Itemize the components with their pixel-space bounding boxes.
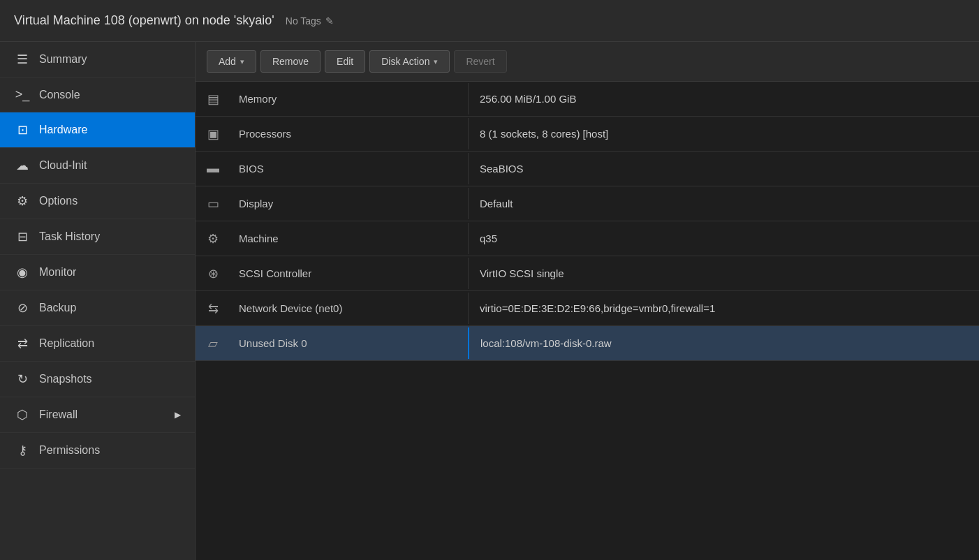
title-bar: Virtual Machine 108 (openwrt) on node 's… <box>0 0 979 42</box>
cloud-init-icon: ☁ <box>14 158 31 173</box>
sidebar-item-label-monitor: Monitor <box>39 266 76 279</box>
machine-value: q35 <box>468 223 979 254</box>
unused-disk-value: local:108/vm-108-disk-0.raw <box>468 327 979 359</box>
sidebar-item-label-summary: Summary <box>39 53 87 66</box>
snapshots-icon: ↻ <box>14 371 31 387</box>
revert-button[interactable]: Revert <box>454 50 506 73</box>
disk-action-button[interactable]: Disk Action ▾ <box>369 50 450 73</box>
edit-tags-icon[interactable]: ✎ <box>325 15 334 27</box>
firewall-icon: ⬡ <box>14 407 31 422</box>
sidebar-item-replication[interactable]: ⇄Replication <box>0 326 195 362</box>
scsi-controller-value: VirtIO SCSI single <box>468 258 979 289</box>
bios-label: BIOS <box>230 153 468 184</box>
tags-label: No Tags <box>286 15 321 27</box>
unused-disk-label: Unused Disk 0 <box>230 327 468 359</box>
main-layout: ☰Summary>_Console⊡Hardware☁Cloud-Init⚙Op… <box>0 42 979 560</box>
sidebar-item-task-history[interactable]: ⊟Task History <box>0 219 195 255</box>
processors-label: Processors <box>230 118 468 149</box>
summary-icon: ☰ <box>14 52 31 67</box>
edit-button[interactable]: Edit <box>325 50 365 73</box>
tags-area: No Tags ✎ <box>286 15 334 27</box>
sidebar-item-cloud-init[interactable]: ☁Cloud-Init <box>0 148 195 184</box>
memory-row-icon: ▤ <box>196 91 230 107</box>
sidebar-item-permissions[interactable]: ⚷Permissions <box>0 433 195 469</box>
sidebar-item-hardware[interactable]: ⊡Hardware <box>0 112 195 148</box>
sidebar: ☰Summary>_Console⊡Hardware☁Cloud-Init⚙Op… <box>0 42 196 560</box>
sidebar-item-snapshots[interactable]: ↻Snapshots <box>0 362 195 397</box>
unused-disk-row-icon: ▱ <box>196 336 230 351</box>
disk-action-dropdown-arrow: ▾ <box>434 57 438 66</box>
sidebar-item-console[interactable]: >_Console <box>0 78 195 112</box>
sidebar-item-firewall[interactable]: ⬡Firewall▶ <box>0 397 195 433</box>
revert-label: Revert <box>466 56 494 67</box>
processors-row-icon: ▣ <box>196 126 230 142</box>
hardware-table: ▤Memory256.00 MiB/1.00 GiB▣Processors8 (… <box>196 82 979 560</box>
bios-value: SeaBIOS <box>468 153 979 184</box>
remove-button[interactable]: Remove <box>260 50 321 73</box>
sidebar-item-monitor[interactable]: ◉Monitor <box>0 255 195 290</box>
display-label: Display <box>230 188 468 219</box>
replication-icon: ⇄ <box>14 336 31 351</box>
console-icon: >_ <box>14 87 31 102</box>
sidebar-item-label-task-history: Task History <box>39 230 100 243</box>
sidebar-item-options[interactable]: ⚙Options <box>0 184 195 219</box>
add-dropdown-arrow: ▾ <box>240 57 244 66</box>
options-icon: ⚙ <box>14 193 31 209</box>
hw-row-memory[interactable]: ▤Memory256.00 MiB/1.00 GiB <box>196 82 979 117</box>
sidebar-item-label-firewall: Firewall <box>39 408 78 421</box>
sidebar-item-backup[interactable]: ⊘Backup <box>0 290 195 326</box>
scsi-controller-label: SCSI Controller <box>230 258 468 289</box>
sidebar-item-label-console: Console <box>39 89 80 101</box>
edit-label: Edit <box>337 56 353 67</box>
sidebar-item-label-replication: Replication <box>39 337 94 350</box>
hw-row-scsi-controller[interactable]: ⊛SCSI ControllerVirtIO SCSI single <box>196 256 979 291</box>
remove-label: Remove <box>272 56 309 67</box>
display-row-icon: ▭ <box>196 196 230 212</box>
hw-row-processors[interactable]: ▣Processors8 (1 sockets, 8 cores) [host] <box>196 117 979 152</box>
machine-row-icon: ⚙ <box>196 231 230 246</box>
bios-row-icon: ▬ <box>196 161 230 176</box>
sidebar-item-label-options: Options <box>39 195 78 207</box>
add-label: Add <box>219 56 236 67</box>
add-button[interactable]: Add ▾ <box>207 50 256 73</box>
network-device-value: virtio=0E:DE:3E:D2:E9:66,bridge=vmbr0,fi… <box>468 293 979 324</box>
memory-label: Memory <box>230 83 468 115</box>
hw-row-unused-disk[interactable]: ▱Unused Disk 0local:108/vm-108-disk-0.ra… <box>196 326 979 361</box>
network-device-row-icon: ⇆ <box>196 301 230 316</box>
backup-icon: ⊘ <box>14 300 31 316</box>
task-history-icon: ⊟ <box>14 229 31 244</box>
sidebar-item-label-cloud-init: Cloud-Init <box>39 159 87 172</box>
hw-row-network-device[interactable]: ⇆Network Device (net0)virtio=0E:DE:3E:D2… <box>196 291 979 326</box>
machine-label: Machine <box>230 223 468 254</box>
content-area: Add ▾ Remove Edit Disk Action ▾ Revert ▤… <box>196 42 979 560</box>
toolbar: Add ▾ Remove Edit Disk Action ▾ Revert <box>196 42 979 82</box>
hw-row-display[interactable]: ▭DisplayDefault <box>196 186 979 221</box>
hardware-icon: ⊡ <box>14 122 31 138</box>
display-value: Default <box>468 188 979 219</box>
hw-row-machine[interactable]: ⚙Machineq35 <box>196 221 979 256</box>
sidebar-item-label-snapshots: Snapshots <box>39 373 92 385</box>
sidebar-item-label-backup: Backup <box>39 302 76 314</box>
memory-value: 256.00 MiB/1.00 GiB <box>468 83 979 115</box>
monitor-icon: ◉ <box>14 265 31 280</box>
processors-value: 8 (1 sockets, 8 cores) [host] <box>468 118 979 149</box>
page-title: Virtual Machine 108 (openwrt) on node 's… <box>14 13 274 28</box>
sidebar-item-summary[interactable]: ☰Summary <box>0 42 195 78</box>
scsi-controller-row-icon: ⊛ <box>196 266 230 281</box>
disk-action-label: Disk Action <box>381 56 429 67</box>
network-device-label: Network Device (net0) <box>230 293 468 324</box>
sidebar-item-label-hardware: Hardware <box>39 124 87 136</box>
firewall-arrow-icon: ▶ <box>175 410 181 420</box>
hw-row-bios[interactable]: ▬BIOSSeaBIOS <box>196 152 979 186</box>
sidebar-item-label-permissions: Permissions <box>39 444 100 457</box>
permissions-icon: ⚷ <box>14 443 31 458</box>
